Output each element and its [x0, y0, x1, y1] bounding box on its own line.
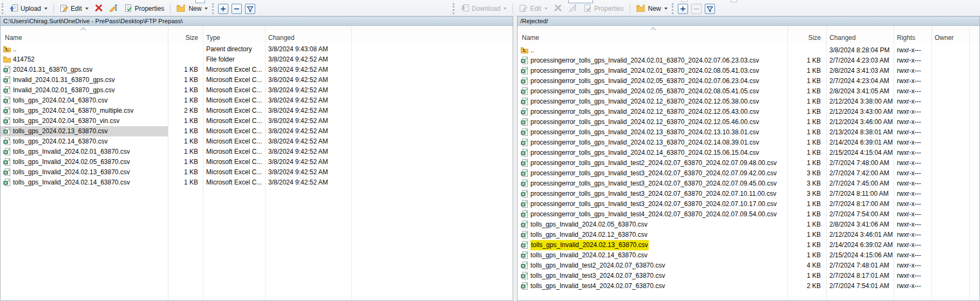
file-changed: 2/12/2024 3:43:00 AM	[829, 107, 893, 117]
column-header-size[interactable]: Size	[146, 34, 198, 42]
file-name: Invalid_2024.02.01_63870_gps.csv	[13, 85, 115, 95]
file-row[interactable]: aInvalid_2024.02.01_63870_gps.csv1 KBMic…	[1, 85, 513, 95]
file-row[interactable]: aprocessingerror_tolls_gps_Invalid_2024.…	[518, 148, 979, 158]
file-row[interactable]: atolls_gps_Invalid_2024.02.01_63870.csv1…	[1, 147, 513, 157]
excel-file-icon: a	[521, 200, 528, 209]
toolbar-grip[interactable]	[2, 3, 4, 14]
file-row[interactable]: aprocessingerror_tolls_gps_Invalid_test2…	[518, 158, 979, 168]
file-row[interactable]: atolls_gps_Invalid_2024.02.05_63870.csv1…	[1, 157, 513, 167]
column-header-changed[interactable]: Changed	[829, 34, 856, 42]
file-row[interactable]: ..3/8/2024 8:28:04 PMrwxr-x---	[518, 45, 979, 56]
file-changed: 3/8/2024 9:42:52 AM	[268, 167, 349, 177]
new-button[interactable]: New	[174, 3, 210, 15]
file-row[interactable]: aprocessingerror_tolls_gps_Invalid_2024.…	[518, 56, 979, 66]
delete-button	[552, 3, 564, 15]
file-row[interactable]: aprocessingerror_tolls_gps_Invalid_test3…	[518, 199, 979, 209]
toolbar-separator	[170, 3, 171, 14]
local-path-bar[interactable]: C:\Users\Chirag.Surti\OneDrive - PrePass…	[1, 17, 513, 26]
file-row[interactable]: aprocessingerror_tolls_gps_Invalid_test3…	[518, 179, 979, 189]
file-size: 1 KB	[145, 75, 198, 85]
select-plus-button[interactable]	[218, 4, 228, 14]
file-row[interactable]: aprocessingerror_tolls_gps_Invalid_2024.…	[518, 138, 979, 148]
file-row[interactable]: a2024.01.31_63870_gps.csv1 KBMicrosoft E…	[1, 65, 513, 75]
edit-button[interactable]: Edit	[57, 3, 91, 15]
file-name: tolls_gps_Invalid_test3_2024.02.07_63870…	[530, 271, 665, 281]
file-changed: 2/7/2024 8:17:01 AM	[829, 271, 893, 281]
file-row[interactable]: aprocessingerror_tolls_gps_Invalid_2024.…	[518, 66, 979, 76]
file-changed: 2/8/2024 3:41:06 AM	[829, 220, 893, 230]
delete-button[interactable]	[92, 3, 105, 15]
file-size: 1 KB	[145, 116, 198, 126]
file-row[interactable]: atolls_gps_Invalid_2024.02.14_63870.csv1…	[1, 177, 513, 188]
file-row[interactable]: atolls_gps_Invalid_2024.02.13_63870.csv1…	[518, 240, 979, 250]
file-row[interactable]: atolls_gps_2024.02.14_63870.csv1 KBMicro…	[1, 136, 513, 147]
file-owner	[935, 168, 978, 179]
excel-file-icon: a	[521, 231, 528, 240]
column-header-name[interactable]: Name	[5, 34, 22, 42]
file-row[interactable]: atolls_gps_Invalid_test3_2024.02.07_6387…	[518, 271, 979, 281]
rename-button[interactable]	[106, 3, 120, 15]
file-row[interactable]: atolls_gps_2024.02.13_63870.csv1 KBMicro…	[1, 126, 513, 136]
select-plus-button[interactable]	[678, 4, 688, 14]
file-row[interactable]: atolls_gps_Invalid_2024.02.14_63870.csv1…	[518, 250, 979, 261]
edit-label: Edit	[530, 5, 541, 12]
file-row[interactable]: 414752File folder3/8/2024 9:42:52 AM	[1, 54, 513, 65]
file-size: 1 KB	[767, 220, 821, 230]
upload-button[interactable]: Upload	[6, 3, 50, 15]
file-type: Microsoft Excel C...	[206, 116, 263, 126]
file-size: 1 KB	[145, 65, 198, 75]
edit-icon	[519, 4, 528, 14]
remote-path-bar[interactable]: /Rejected/	[518, 17, 979, 26]
file-row[interactable]: aprocessingerror_tolls_gps_Invalid_2024.…	[518, 117, 979, 127]
filter-button[interactable]	[245, 4, 255, 14]
file-name: processingerror_tolls_gps_Invalid_2024.0…	[530, 86, 759, 97]
select-minus-button[interactable]	[232, 4, 242, 14]
file-row[interactable]: atolls_gps_Invalid_2024.02.12_63870.csv1…	[518, 230, 979, 240]
file-owner	[935, 158, 978, 168]
column-header-name[interactable]: Name	[522, 34, 539, 42]
file-changed: 3/8/2024 9:42:52 AM	[268, 85, 349, 95]
file-row[interactable]: aprocessingerror_tolls_gps_Invalid_2024.…	[518, 127, 979, 138]
column-header-type[interactable]: Type	[206, 34, 220, 42]
file-row[interactable]: ..Parent directory3/8/2024 9:43:08 AM	[1, 44, 513, 54]
file-row[interactable]: atolls_gps_Invalid_test4_2024.02.07_6387…	[518, 281, 979, 291]
toolbar-separator	[630, 3, 630, 14]
file-type: File folder	[206, 54, 263, 65]
file-rights: rwxr-x---	[897, 240, 930, 250]
edit-button: Edit	[516, 3, 550, 15]
local-column-header: Name Size Type Changed	[1, 26, 513, 44]
pane-splitter[interactable]	[513, 16, 517, 301]
column-header-changed[interactable]: Changed	[268, 34, 295, 42]
file-row[interactable]: atolls_gps_2024.02.04_63870_multiple.csv…	[1, 106, 513, 116]
file-row[interactable]: aprocessingerror_tolls_gps_Invalid_test4…	[518, 209, 979, 220]
file-row[interactable]: atolls_gps_Invalid_2024.02.05_63870.csv1…	[518, 220, 979, 230]
column-header-rights[interactable]: Rights	[897, 34, 915, 42]
file-row[interactable]: atolls_gps_2024.02.04_63870_vin.csv1 KBM…	[1, 116, 513, 126]
local-file-panel: C:\Users\Chirag.Surti\OneDrive - PrePass…	[0, 16, 513, 301]
excel-file-icon: a	[521, 77, 528, 86]
file-row[interactable]: aprocessingerror_tolls_gps_Invalid_test3…	[518, 168, 979, 179]
toolbar-grip[interactable]	[672, 3, 674, 14]
column-header-owner[interactable]: Owner	[935, 34, 954, 42]
excel-file-icon: a	[3, 66, 11, 75]
file-changed: 3/8/2024 8:28:04 PM	[829, 45, 893, 56]
file-row[interactable]: atolls_gps_2024.02.04_63870.csv1 KBMicro…	[1, 95, 513, 106]
toolbar-grip[interactable]	[212, 3, 214, 14]
new-button[interactable]: New	[634, 3, 670, 15]
file-name: tolls_gps_Invalid_2024.02.14_63870.csv	[13, 177, 130, 188]
file-row[interactable]: aprocessingerror_tolls_gps_Invalid_test3…	[518, 189, 979, 199]
file-name: processingerror_tolls_gps_Invalid_test3_…	[530, 179, 777, 189]
remote-file-panel: /Rejected/ Name Size Changed Rights Owne…	[517, 16, 980, 301]
file-row[interactable]: aInvalid_2024.01.31_63870_gps.csv1 KBMic…	[1, 75, 513, 85]
toolbar-grip[interactable]	[453, 3, 455, 14]
file-row[interactable]: aprocessingerror_tolls_gps_Invalid_2024.…	[518, 86, 979, 97]
excel-file-icon: a	[521, 272, 528, 281]
file-row[interactable]: aprocessingerror_tolls_gps_Invalid_2024.…	[518, 107, 979, 117]
file-row[interactable]: atolls_gps_Invalid_2024.02.13_63870.csv1…	[1, 167, 513, 177]
properties-button[interactable]: Properties	[121, 3, 167, 15]
filter-button[interactable]	[705, 4, 715, 14]
file-row[interactable]: aprocessingerror_tolls_gps_Invalid_2024.…	[518, 76, 979, 86]
file-row[interactable]: atolls_gps_Invalid_test2_2024.02.07_6387…	[518, 261, 979, 271]
column-header-size[interactable]: Size	[767, 34, 821, 42]
file-row[interactable]: aprocessingerror_tolls_gps_Invalid_2024.…	[518, 97, 979, 107]
